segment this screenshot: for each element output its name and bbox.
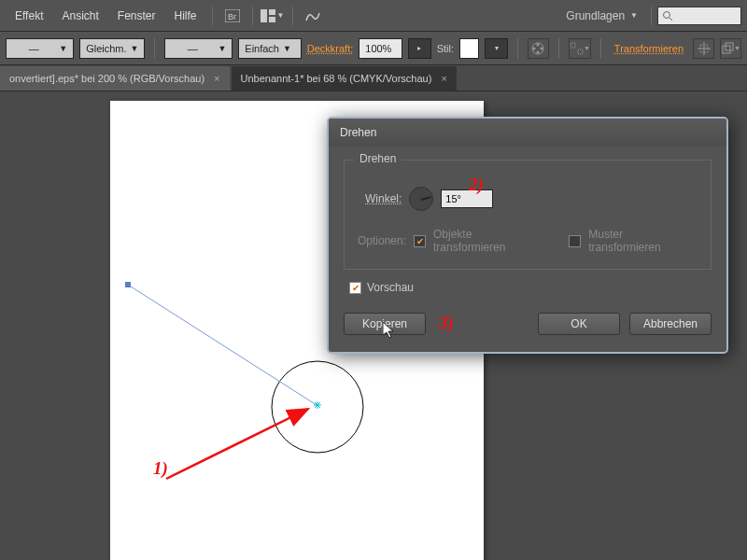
search-input[interactable] <box>657 7 741 25</box>
style-label: Stil: <box>437 43 454 54</box>
svg-line-6 <box>669 18 672 21</box>
preview-checkbox[interactable] <box>349 282 361 294</box>
brush-name[interactable]: Einfach▼ <box>238 38 301 59</box>
menu-effekt[interactable]: Effekt <box>6 4 52 28</box>
options-bar: —▼ Gleichm.▼ —▼ Einfach▼ Deckkraft: 100%… <box>0 32 747 65</box>
dialog-titlebar[interactable]: Drehen <box>329 119 726 147</box>
rotate-group: Drehen Winkel: Optionen: Objekte transfo… <box>344 160 712 270</box>
options-label: Optionen: <box>358 234 406 247</box>
brush-dropdown[interactable]: —▼ <box>164 38 233 59</box>
opacity-label: Deckkraft: <box>307 43 354 54</box>
svg-point-11 <box>533 47 536 49</box>
arrange-docs-icon[interactable]: ▼ <box>261 6 285 26</box>
transform-patterns-checkbox <box>569 235 581 247</box>
svg-rect-2 <box>261 9 267 22</box>
svg-text:Br: Br <box>228 12 236 21</box>
profile-dropdown[interactable]: —▼ <box>6 38 74 59</box>
tab-document-2[interactable]: Unbenannt-1* bei 68 % (CMYK/Vorschau)× <box>232 66 457 91</box>
transform-icon-2[interactable]: ▼ <box>720 38 741 59</box>
search-icon <box>662 10 673 21</box>
close-icon[interactable]: × <box>441 73 446 84</box>
svg-point-10 <box>537 50 540 53</box>
opacity-input[interactable]: 100% <box>359 38 402 59</box>
angle-label: Winkel: <box>365 192 402 205</box>
recolor-icon[interactable] <box>528 38 549 59</box>
profile-name[interactable]: Gleichm.▼ <box>79 38 145 59</box>
svg-line-20 <box>128 285 317 405</box>
transform-patterns-label: Muster transformieren <box>588 228 698 254</box>
svg-rect-17 <box>723 46 730 53</box>
svg-line-26 <box>166 409 308 479</box>
svg-point-8 <box>537 43 540 46</box>
svg-rect-3 <box>269 9 275 15</box>
svg-point-9 <box>541 47 543 49</box>
angle-input[interactable] <box>441 189 493 208</box>
menu-fenster[interactable]: Fenster <box>108 4 165 28</box>
annotation-1: 1) <box>153 458 168 479</box>
svg-rect-21 <box>125 282 131 287</box>
transform-objects-checkbox <box>414 235 426 247</box>
copy-button[interactable]: Kopieren <box>344 313 426 335</box>
app-menubar: Effekt Ansicht Fenster Hilfe Br ▼ Grundl… <box>0 0 747 32</box>
preview-label: Vorschau <box>367 281 414 294</box>
workspace-switcher[interactable]: Grundlagen▼ <box>558 6 645 26</box>
svg-rect-13 <box>578 49 583 54</box>
rotate-dialog: Drehen Drehen Winkel: Optionen: Objekte … <box>327 117 728 354</box>
gpu-icon[interactable] <box>301 6 325 26</box>
bridge-icon[interactable]: Br <box>220 6 245 26</box>
svg-point-5 <box>664 11 670 18</box>
menu-hilfe[interactable]: Hilfe <box>165 4 206 28</box>
opacity-stepper[interactable]: ▸ <box>408 38 431 59</box>
style-swatch[interactable] <box>459 38 479 59</box>
annotation-2: 2) <box>469 175 484 195</box>
svg-rect-12 <box>571 43 575 48</box>
align-icon[interactable]: ▼ <box>569 38 591 59</box>
svg-rect-4 <box>269 17 275 22</box>
workspace-label: Grundlagen <box>566 9 625 22</box>
ok-button[interactable]: OK <box>538 313 620 335</box>
group-legend: Drehen <box>354 152 402 165</box>
transform-link[interactable]: Transformieren <box>611 43 687 54</box>
svg-rect-18 <box>726 43 733 50</box>
cancel-button[interactable]: Abbrechen <box>629 313 712 335</box>
menu-ansicht[interactable]: Ansicht <box>52 4 107 28</box>
style-stepper[interactable]: ▾ <box>485 38 508 59</box>
tab-document-1[interactable]: onvertiert].eps* bei 200 % (RGB/Vorschau… <box>0 66 230 91</box>
close-icon[interactable]: × <box>214 73 219 84</box>
document-tabs: onvertiert].eps* bei 200 % (RGB/Vorschau… <box>0 65 747 91</box>
annotation-3: 3) <box>439 313 454 333</box>
transform-objects-label: Objekte transformieren <box>433 228 546 254</box>
angle-dial[interactable] <box>409 187 433 211</box>
transform-icon-1[interactable] <box>693 38 714 59</box>
